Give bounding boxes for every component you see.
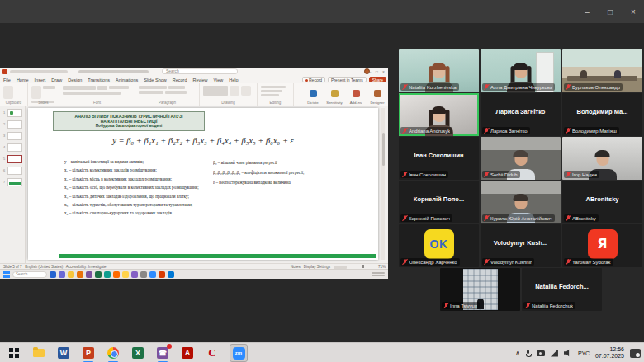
tray-network-icon[interactable] [551, 350, 558, 357]
slide-thumb-5-selected[interactable]: 5 [7, 155, 22, 163]
dictate-button[interactable]: Dictate [302, 83, 324, 106]
tab-record[interactable]: Record [173, 78, 187, 82]
new-slide-button[interactable] [31, 86, 41, 99]
view-buttons[interactable] [334, 266, 347, 269]
app-icon[interactable] [131, 271, 138, 278]
file-explorer-button[interactable] [31, 346, 46, 360]
slide-thumb-6[interactable]: 6 [7, 167, 22, 175]
participant-tile[interactable]: Я Yaroslav Sydorak [562, 224, 642, 267]
tray-camera-icon[interactable] [537, 350, 545, 356]
ppt-window-controls[interactable]: – □ × [369, 69, 387, 74]
app-icon[interactable] [86, 271, 92, 278]
participant-tile-active-speaker[interactable]: Andriana Andrusyk [399, 93, 479, 136]
tab-view[interactable]: View [214, 78, 224, 82]
participant-tile[interactable]: Лариса Загнітко Лариса Загнітко [481, 93, 561, 136]
powerpoint-button[interactable]: P [81, 346, 96, 360]
ribbon-group-clipboard[interactable]: Clipboard [0, 83, 28, 106]
excel-button[interactable]: X [130, 346, 145, 360]
tab-transitions[interactable]: Transitions [88, 78, 110, 82]
slide-scrollbar[interactable] [381, 108, 385, 260]
language-indicator[interactable]: РУС [578, 350, 590, 356]
ribbon-group-paragraph[interactable]: Paragraph [135, 83, 200, 106]
participant-tile[interactable]: Inna Tsivyun [440, 268, 520, 311]
participant-tile[interactable]: Бурлаков Олександр [562, 49, 642, 92]
addins-button[interactable]: Add-ins [345, 83, 367, 106]
record-button[interactable]: Record [302, 77, 325, 82]
start-button[interactable] [7, 346, 21, 360]
tab-design[interactable]: Design [68, 78, 82, 82]
zoom-slider[interactable] [350, 266, 375, 266]
ribbon-group-drawing[interactable]: Drawing [200, 83, 258, 106]
participant-avatar: OK [424, 229, 454, 259]
app-icon[interactable] [68, 271, 74, 278]
slide-canvas[interactable]: АНАЛІЗ ВПЛИВУ ПОКАЗНИКІВ ТУРИСТИЧНОЇ ГАЛ… [28, 108, 378, 260]
participant-tile[interactable]: Алла Дмитрівна Чикуркова [481, 49, 561, 92]
presenter-taskbar: Search [0, 269, 388, 279]
participant-tile[interactable]: Ігор Надюк [562, 137, 642, 180]
app-icon[interactable] [159, 271, 165, 278]
slide-thumb-3[interactable]: 3 [7, 132, 22, 140]
clock[interactable]: 12:56 07.07.2025 [595, 346, 624, 360]
acrobat-button[interactable]: A [180, 346, 195, 360]
designer-button[interactable]: Designer [367, 83, 388, 106]
participant-tile[interactable]: Курило Юрій Анатолійович [481, 181, 561, 223]
app-c-button[interactable]: C [205, 346, 220, 360]
ribbon-group-slides[interactable]: Slides [28, 83, 59, 106]
participant-tile[interactable]: Nataliia Korzhenivska [399, 49, 479, 92]
app-icon[interactable] [140, 271, 147, 278]
app-icon[interactable] [122, 271, 129, 278]
app-icon[interactable] [50, 271, 56, 278]
tab-help[interactable]: Help [229, 78, 238, 82]
tray-volume-icon[interactable] [564, 349, 572, 357]
sensitivity-button[interactable]: Sensitivity [324, 83, 345, 106]
app-icon[interactable] [104, 271, 111, 278]
tab-insert[interactable]: Insert [35, 78, 46, 82]
notification-center-icon[interactable] [630, 349, 641, 358]
slide-thumb-2[interactable]: 2 [7, 120, 22, 129]
ribbon-group-editing[interactable]: Editing [258, 83, 294, 106]
present-in-teams-button[interactable]: Present in Teams [328, 77, 367, 82]
participant-tile[interactable]: Корнелій Попо... Корнелій Попович [399, 181, 479, 223]
app-icon[interactable] [95, 271, 102, 278]
app-icon[interactable] [59, 271, 65, 278]
tab-slideshow[interactable]: Slide Show [144, 78, 167, 82]
participant-tile[interactable]: Volodymyr Kush... Volodymyr Kushnir [481, 224, 561, 267]
word-button[interactable]: W [56, 346, 71, 360]
slide-thumb-7[interactable]: 7 [7, 178, 22, 186]
chrome-button[interactable] [106, 346, 121, 360]
zoom-app-button[interactable]: zm [230, 346, 248, 360]
participant-tile[interactable]: Nataliia Fedorch... Nataliia Fedorchuk [522, 268, 602, 311]
tab-home[interactable]: Home [17, 78, 29, 82]
quick-access-toolbar[interactable] [10, 70, 68, 73]
maximize-icon[interactable]: □ [604, 7, 616, 16]
participant-tile[interactable]: Serhii Diduh [481, 137, 561, 180]
participant-tile[interactable]: ABronitsky ABronitsky [562, 181, 642, 223]
app-icon[interactable] [113, 271, 120, 278]
participant-tile[interactable]: OK Олександр Харченко [399, 224, 479, 267]
presenter-search-box[interactable]: Search [12, 271, 47, 278]
slide-thumb-1[interactable]: 1 [7, 109, 22, 117]
tab-file[interactable]: File [3, 78, 11, 82]
slide-thumb-4[interactable]: 4 [7, 143, 22, 152]
minimize-icon[interactable]: – [581, 7, 593, 16]
tray-mic-icon[interactable] [526, 349, 531, 357]
close-icon[interactable]: × [627, 7, 639, 16]
ppt-search-input[interactable]: Search [162, 68, 238, 74]
app-icon[interactable] [77, 271, 83, 278]
participant-tile[interactable]: Іван Соколишин Іван Соколишин [399, 137, 479, 180]
ribbon-group-font[interactable]: Font [59, 83, 135, 106]
app-icon[interactable] [168, 271, 174, 278]
tab-draw[interactable]: Draw [51, 78, 62, 82]
paste-button[interactable] [3, 86, 13, 99]
app-icon[interactable] [149, 271, 156, 278]
presenter-start-icon[interactable] [3, 271, 10, 278]
tab-animations[interactable]: Animations [116, 78, 138, 82]
participant-tile[interactable]: Володимир Ма... Володимир Матіяш [562, 93, 642, 136]
tab-review[interactable]: Review [192, 78, 207, 82]
share-button[interactable]: Share [369, 77, 386, 82]
arrange-button[interactable] [230, 86, 239, 96]
quick-styles-button[interactable] [241, 86, 251, 96]
slide-thumbnail-panel[interactable]: 1 2 3 4 5 6 7 [0, 106, 26, 263]
tray-chevron-icon[interactable]: ∧ [515, 350, 520, 357]
viber-button[interactable]: ☎ [155, 346, 170, 360]
